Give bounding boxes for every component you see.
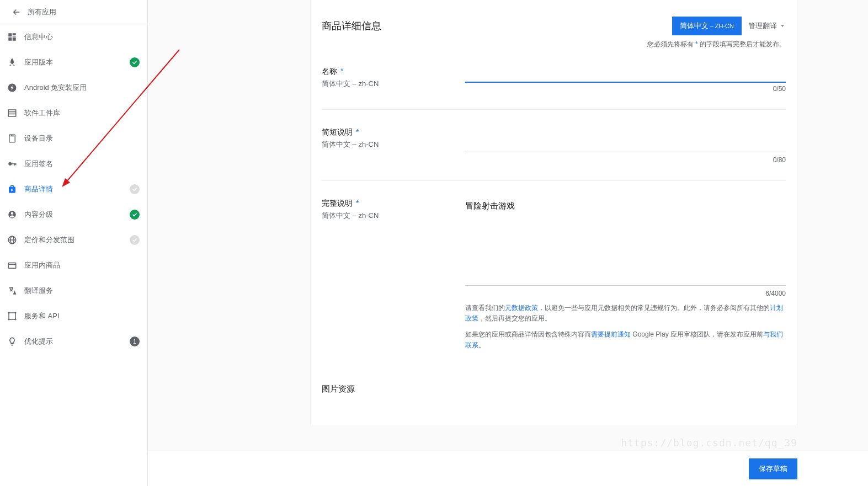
name-sublabel: 简体中文 – zh-CN: [322, 79, 465, 89]
short-desc-sublabel: 简体中文 – zh-CN: [322, 140, 465, 149]
svg-rect-19: [8, 263, 16, 269]
required-fields-note: 您必须先将标有 * 的字段填写完整后才能发布。: [322, 40, 786, 49]
full-desc-char-count: 6/4000: [465, 290, 786, 297]
chevron-down-icon: [779, 23, 786, 29]
sidebar-item-shop[interactable]: 商品详情: [0, 177, 147, 202]
sidebar-item-card[interactable]: 应用内商品: [0, 253, 147, 278]
sidebar-item-api[interactable]: 服务和 API: [0, 303, 147, 329]
api-icon: [6, 311, 19, 321]
sidebar-item-label: 商品详情: [24, 184, 130, 194]
metadata-policy-link[interactable]: 元数据政策: [505, 304, 538, 312]
key-icon: [6, 159, 19, 169]
lang-btn-main: 简体中文: [680, 22, 709, 30]
header-row: 商品详细信息 简体中文 – ZH-CN 管理翻译: [322, 17, 786, 35]
bulb-icon: [6, 337, 19, 346]
svg-rect-12: [14, 163, 15, 165]
full-desc-sublabel: 简体中文 – zh-CN: [322, 211, 465, 221]
sidebar-item-label: 服务和 API: [24, 311, 140, 321]
sidebar-item-label: Android 免安装应用: [24, 83, 140, 93]
translate-icon: [6, 286, 19, 296]
field-name: 名称 * 简体中文 – zh-CN 0/50: [322, 66, 786, 110]
sidebar-item-label: 信息中心: [24, 32, 140, 42]
svg-rect-0: [8, 33, 12, 36]
short-desc-char-count: 0/80: [465, 156, 786, 164]
shop-icon: [6, 184, 19, 194]
rocket-icon: [6, 57, 19, 67]
sidebar-item-label: 软件工件库: [24, 108, 140, 118]
library-icon: [6, 108, 19, 118]
name-char-count: 0/50: [465, 85, 786, 93]
sidebar-item-label: 应用内商品: [24, 260, 140, 270]
arrow-left-icon: [10, 7, 23, 17]
globe-icon: [6, 235, 19, 245]
status-complete-icon: [130, 57, 140, 67]
name-label: 名称 *: [322, 67, 465, 77]
short-desc-input[interactable]: [465, 126, 786, 152]
content-card: 商品详细信息 简体中文 – ZH-CN 管理翻译 您必须先将标有 * 的字段填写…: [310, 0, 797, 425]
device-icon: [6, 133, 19, 143]
manage-translations-dropdown[interactable]: 管理翻译: [748, 21, 786, 31]
help-text-1: 请查看我们的元数据政策，以避免一些与应用元数据相关的常见违规行为。此外，请务必参…: [465, 303, 786, 324]
dashboard-icon: [6, 32, 19, 42]
sidebar-item-label: 优化提示: [24, 337, 130, 346]
sidebar-item-bulb[interactable]: 优化提示1: [0, 329, 147, 354]
sidebar-item-rating[interactable]: 内容分级: [0, 202, 147, 227]
sidebar-item-rocket[interactable]: 应用版本: [0, 50, 147, 75]
field-short-desc: 简短说明 * 简体中文 – zh-CN 0/80: [322, 126, 786, 181]
manage-translations-label: 管理翻译: [748, 21, 777, 31]
sidebar-item-label: 内容分级: [24, 210, 130, 220]
svg-point-10: [8, 162, 12, 165]
sidebar-item-device[interactable]: 设备目录: [0, 126, 147, 151]
sidebar-item-label: 设备目录: [24, 133, 140, 143]
sidebar-item-label: 翻译服务: [24, 286, 140, 296]
page-title: 商品详细信息: [322, 19, 672, 33]
sidebar-item-label: 应用签名: [24, 159, 140, 169]
status-complete-icon: [130, 210, 140, 220]
svg-rect-6: [8, 110, 16, 116]
footer-bar: 保存草稿: [148, 451, 868, 486]
svg-rect-21: [9, 313, 15, 319]
bolt-icon: [6, 83, 19, 93]
svg-rect-13: [15, 163, 17, 165]
sidebar: 所有应用 信息中心应用版本Android 免安装应用软件工件库设备目录应用签名商…: [0, 0, 148, 486]
svg-rect-3: [8, 38, 12, 41]
help-text-2: 如果您的应用或商品详情因包含特殊内容而需要提前通知 Google Play 应用…: [465, 329, 786, 350]
main-area: 商品详细信息 简体中文 – ZH-CN 管理翻译 您必须先将标有 * 的字段填写…: [148, 0, 868, 486]
card-icon: [6, 260, 19, 270]
sidebar-item-library[interactable]: 软件工件库: [0, 100, 147, 126]
name-input[interactable]: [465, 66, 786, 83]
svg-rect-11: [12, 163, 16, 164]
short-desc-label: 简短说明 *: [322, 127, 465, 137]
language-button[interactable]: 简体中文 – ZH-CN: [672, 17, 742, 35]
rating-icon: [6, 210, 19, 220]
svg-point-15: [11, 212, 14, 215]
sidebar-item-translate[interactable]: 翻译服务: [0, 278, 147, 303]
advance-notice-link[interactable]: 需要提前通知: [591, 330, 631, 338]
sidebar-item-bolt[interactable]: Android 免安装应用: [0, 75, 147, 100]
sidebar-item-label: 应用版本: [24, 57, 130, 67]
lang-btn-sub: – ZH-CN: [709, 23, 734, 29]
back-label: 所有应用: [28, 7, 56, 17]
full-desc-input[interactable]: [465, 197, 786, 286]
watermark-text: https://blog.csdn.net/qq_39: [621, 437, 797, 448]
status-incomplete-icon: [130, 235, 140, 245]
sidebar-item-dashboard[interactable]: 信息中心: [0, 24, 147, 50]
sidebar-item-label: 定价和分发范围: [24, 235, 130, 245]
back-all-apps[interactable]: 所有应用: [0, 0, 147, 24]
field-full-desc: 完整说明 * 简体中文 – zh-CN 6/4000 请查看我们的元数据政策，以…: [322, 197, 786, 367]
badge-count: 1: [130, 337, 140, 346]
status-incomplete-icon: [130, 184, 140, 194]
sidebar-item-key[interactable]: 应用签名: [0, 151, 147, 177]
section-image-assets: 图片资源: [322, 384, 786, 394]
svg-rect-4: [13, 38, 16, 41]
sidebar-item-globe[interactable]: 定价和分发范围: [0, 227, 147, 253]
svg-rect-2: [13, 36, 16, 37]
svg-rect-1: [13, 33, 16, 35]
save-draft-button[interactable]: 保存草稿: [749, 458, 797, 479]
full-desc-label: 完整说明 *: [322, 199, 465, 209]
